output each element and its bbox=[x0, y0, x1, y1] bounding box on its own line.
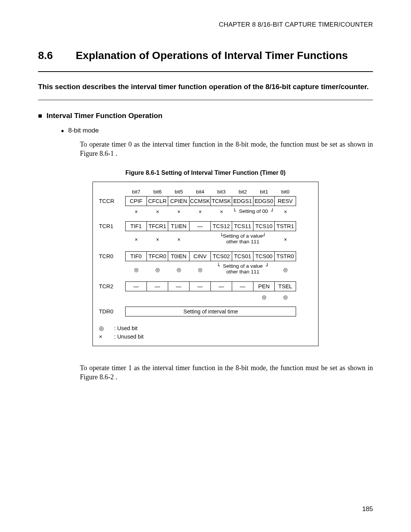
state-annot: × bbox=[126, 206, 147, 214]
figure-caption: Figure 8.6-1 Setting of Interval Timer F… bbox=[38, 169, 373, 176]
subheading-text: Interval Timer Function Operation bbox=[46, 112, 162, 120]
state-annot: ◎ bbox=[126, 264, 147, 272]
bit-cell: TIF0 bbox=[125, 251, 147, 261]
tcr1-annot-row: × × × └Setting of a value┘ other than 11… bbox=[99, 231, 312, 244]
tccr-row: TCCR CPIF CFCLR CPIEN CCMSK TCMSK EDGS1 … bbox=[99, 196, 312, 206]
bit-cell: CINV bbox=[189, 251, 211, 261]
used-symbol: ◎ bbox=[99, 325, 114, 332]
bit-cell: TCS02 bbox=[210, 251, 232, 261]
intro-rule bbox=[38, 100, 373, 100]
bit-cell: TCS10 bbox=[253, 221, 275, 231]
section-heading: 8.6 Explanation of Operations of Interva… bbox=[38, 50, 373, 62]
bit-cell: TCS11 bbox=[232, 221, 253, 231]
bit-cell: — bbox=[189, 281, 211, 291]
legend: ◎ : Used bit × : Unused bit bbox=[99, 325, 312, 340]
state-note: └ Setting of 00 ┘ bbox=[232, 206, 275, 214]
bit-cell: — bbox=[232, 281, 253, 291]
subheading: ■ Interval Timer Function Operation bbox=[38, 112, 373, 120]
bit-header: bit7 bbox=[126, 189, 147, 196]
tcr0-annot-row: ◎ ◎ ◎ ◎ └ Setting of a value ┘ other tha… bbox=[99, 261, 312, 275]
bit-cell: — bbox=[168, 281, 190, 291]
bit-header: bit4 bbox=[190, 189, 211, 196]
state-note: └ Setting of a value ┘ other than 111 bbox=[211, 261, 275, 275]
bit-header: bit5 bbox=[168, 189, 190, 196]
state-annot: × bbox=[126, 234, 147, 242]
bit-header: bit3 bbox=[211, 189, 232, 196]
chapter-header: CHAPTER 8 8/16-BIT CAPTURE TIMER/COUNTER bbox=[38, 21, 373, 29]
mode-bullet: ● 8-bit mode bbox=[61, 127, 373, 134]
bit-cell: TIF1 bbox=[125, 221, 147, 231]
bit-header: bit6 bbox=[147, 189, 168, 196]
bit-cell: TSEL bbox=[274, 281, 296, 291]
register-label: TCR2 bbox=[99, 283, 126, 289]
page-number: 185 bbox=[362, 505, 373, 513]
bit-cell: — bbox=[210, 281, 232, 291]
bit-header-row: bit7 bit6 bit5 bit4 bit3 bit2 bit1 bit0 bbox=[99, 189, 312, 196]
bit-cell: TSTR1 bbox=[274, 221, 296, 231]
state-note: └Setting of a value┘ other than 111 bbox=[211, 231, 275, 244]
legend-row: × : Unused bit bbox=[99, 333, 312, 340]
state-annot: × bbox=[168, 234, 190, 242]
bit-cell: TCMSK bbox=[210, 196, 232, 206]
body-paragraph-2: To operate timer 1 as the interval timer… bbox=[80, 363, 373, 382]
bit-cell: TFCR0 bbox=[147, 251, 168, 261]
state-annot: × bbox=[190, 206, 211, 214]
register-label: TDR0 bbox=[99, 308, 126, 315]
square-bullet-icon: ■ bbox=[38, 112, 42, 120]
legend-text: : Unused bit bbox=[114, 334, 312, 340]
body-paragraph-1: To operate timer 0 as the interval timer… bbox=[80, 140, 373, 158]
bit-cell: TCS00 bbox=[253, 251, 275, 261]
tdr0-note: Setting of interval time bbox=[125, 307, 296, 316]
tcr1-row: TCR1 TIF1 TFCR1 T1IEN — TCS12 TCS11 TCS1… bbox=[99, 221, 312, 231]
bit-cell: T1IEN bbox=[168, 221, 190, 231]
tcr2-row: TCR2 — — — — — — PEN TSEL bbox=[99, 281, 312, 291]
state-annot: × bbox=[147, 234, 168, 242]
intro-text: This section describes the interval time… bbox=[38, 81, 373, 92]
bit-header: bit2 bbox=[232, 189, 253, 196]
heading-rule bbox=[38, 71, 373, 72]
bit-cell: — bbox=[147, 281, 168, 291]
state-annot: ◎ bbox=[147, 264, 168, 272]
bit-cell: CCMSK bbox=[189, 196, 211, 206]
bit-cell: EDGS0 bbox=[253, 196, 275, 206]
register-label: TCR0 bbox=[99, 253, 126, 259]
section-title: Explanation of Operations of Interval Ti… bbox=[76, 50, 348, 62]
page: CHAPTER 8 8/16-BIT CAPTURE TIMER/COUNTER… bbox=[0, 0, 411, 532]
tdr0-row: TDR0 Setting of interval time bbox=[99, 307, 312, 316]
unused-symbol: × bbox=[99, 333, 114, 340]
bit-cell: CPIF bbox=[125, 196, 147, 206]
state-annot: × bbox=[275, 234, 296, 242]
bit-cell: PEN bbox=[253, 281, 275, 291]
state-annot: × bbox=[211, 206, 232, 214]
state-annot: ◎ bbox=[275, 291, 296, 300]
bit-cell: RESV bbox=[274, 196, 296, 206]
state-annot: × bbox=[275, 206, 296, 214]
bit-header: bit0 bbox=[275, 189, 296, 196]
state-annot: ◎ bbox=[190, 264, 211, 272]
tccr-annot-row: × × × × × └ Setting of 00 ┘ × bbox=[99, 206, 312, 214]
dot-bullet-icon: ● bbox=[61, 128, 64, 134]
bit-cell: EDGS1 bbox=[232, 196, 253, 206]
bit-cell: — bbox=[125, 281, 147, 291]
state-annot: × bbox=[147, 206, 168, 214]
bit-cell: TCS01 bbox=[232, 251, 253, 261]
state-annot: × bbox=[168, 206, 190, 214]
bit-cell: TSTR0 bbox=[274, 251, 296, 261]
register-label: TCCR bbox=[99, 198, 126, 204]
tcr0-row: TCR0 TIF0 TFCR0 T0IEN CINV TCS02 TCS01 T… bbox=[99, 251, 312, 261]
legend-text: : Used bit bbox=[114, 325, 312, 331]
bit-cell: TCS12 bbox=[210, 221, 232, 231]
section-number: 8.6 bbox=[38, 50, 53, 62]
bit-cell: TFCR1 bbox=[147, 221, 168, 231]
figure: bit7 bit6 bit5 bit4 bit3 bit2 bit1 bit0 … bbox=[92, 182, 319, 346]
mode-bullet-text: 8-bit mode bbox=[68, 127, 99, 134]
state-annot: ◎ bbox=[168, 264, 190, 272]
bit-cell: — bbox=[189, 221, 211, 231]
tcr2-annot-row: ◎ ◎ bbox=[99, 291, 312, 300]
bit-header: bit1 bbox=[253, 189, 275, 196]
legend-row: ◎ : Used bit bbox=[99, 325, 312, 332]
figure-container: bit7 bit6 bit5 bit4 bit3 bit2 bit1 bit0 … bbox=[38, 182, 373, 346]
register-label: TCR1 bbox=[99, 223, 126, 229]
bit-cell: CPIEN bbox=[168, 196, 190, 206]
bit-cell: CFCLR bbox=[147, 196, 168, 206]
